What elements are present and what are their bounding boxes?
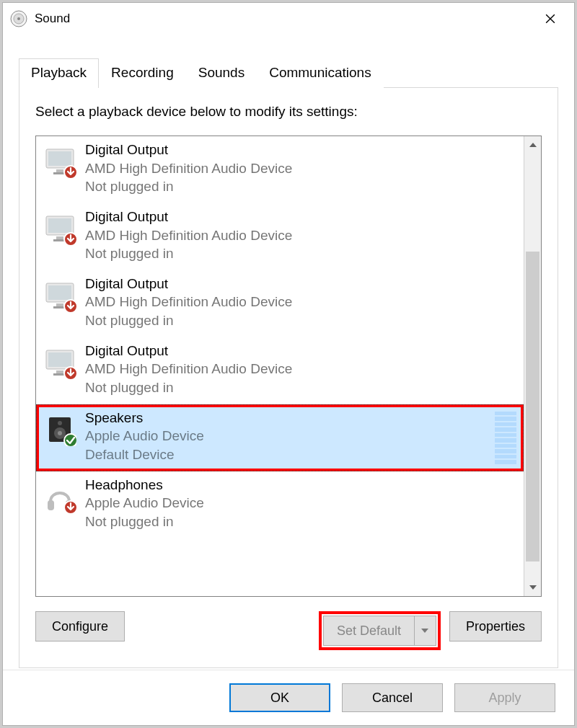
configure-button[interactable]: Configure [35, 611, 125, 642]
svg-point-26 [58, 431, 62, 435]
tab-communications[interactable]: Communications [257, 58, 384, 88]
sound-app-icon [10, 10, 27, 27]
scroll-thumb[interactable] [526, 252, 539, 561]
svg-rect-28 [48, 500, 54, 510]
scroll-up-button[interactable] [524, 136, 541, 154]
device-driver: AMD High Definition Audio Device [85, 226, 292, 245]
svg-point-24 [58, 421, 62, 425]
tab-panel-playback: Select a playback device below to modify… [19, 87, 558, 668]
cancel-button[interactable]: Cancel [342, 683, 443, 712]
close-button[interactable] [534, 6, 567, 32]
svg-rect-20 [56, 370, 63, 373]
device-list[interactable]: Digital OutputAMD High Definition Audio … [36, 136, 524, 596]
device-row[interactable]: Digital OutputAMD High Definition Audio … [36, 337, 524, 404]
monitor-icon [43, 145, 76, 178]
device-name: Headphones [85, 476, 204, 494]
device-driver: AMD High Definition Audio Device [85, 159, 292, 178]
device-row[interactable]: HeadphonesApple Audio DeviceNot plugged … [36, 471, 524, 538]
monitor-icon [43, 346, 76, 379]
device-info: Digital OutputAMD High Definition Audio … [85, 208, 292, 263]
svg-rect-9 [48, 218, 71, 233]
ok-button[interactable]: OK [229, 683, 330, 712]
scrollbar[interactable] [524, 136, 541, 596]
set-default-dropdown[interactable] [414, 616, 436, 645]
device-name: Digital Output [85, 141, 292, 159]
monitor-icon [43, 212, 76, 245]
svg-point-2 [17, 17, 20, 20]
svg-rect-15 [56, 303, 63, 306]
device-info: Digital OutputAMD High Definition Audio … [85, 275, 292, 330]
tab-playback[interactable]: Playback [19, 58, 99, 88]
tab-recording[interactable]: Recording [99, 58, 186, 88]
scroll-down-button[interactable] [524, 579, 541, 596]
device-name: Digital Output [85, 208, 292, 226]
sound-dialog: Sound Playback Recording Sounds Communic… [2, 2, 575, 726]
svg-rect-19 [48, 352, 71, 367]
device-row[interactable]: Digital OutputAMD High Definition Audio … [36, 136, 524, 203]
device-name: Speakers [85, 409, 204, 427]
monitor-icon [43, 279, 76, 312]
device-status: Default Device [85, 445, 204, 464]
device-row[interactable]: SpeakersApple Audio DeviceDefault Device [36, 404, 524, 471]
device-info: Digital OutputAMD High Definition Audio … [85, 141, 292, 196]
device-name: Digital Output [85, 275, 292, 293]
device-driver: Apple Audio Device [85, 494, 204, 512]
level-meter [495, 412, 516, 464]
device-name: Digital Output [85, 342, 292, 360]
svg-rect-10 [56, 236, 63, 239]
device-info: Digital OutputAMD High Definition Audio … [85, 342, 292, 397]
svg-point-27 [64, 434, 76, 446]
headphones-icon [43, 480, 76, 513]
highlight-set-default: Set Default [319, 611, 441, 650]
device-status: Not plugged in [85, 311, 292, 330]
device-row[interactable]: Digital OutputAMD High Definition Audio … [36, 270, 524, 337]
device-info: HeadphonesApple Audio DeviceNot plugged … [85, 476, 204, 531]
set-default-label: Set Default [324, 623, 414, 639]
device-status: Not plugged in [85, 512, 204, 531]
dialog-buttons: OK Cancel Apply [3, 670, 574, 725]
title-bar: Sound [3, 3, 574, 35]
device-info: SpeakersApple Audio DeviceDefault Device [85, 409, 204, 464]
device-row[interactable]: Digital OutputAMD High Definition Audio … [36, 203, 524, 270]
svg-rect-5 [56, 169, 63, 172]
properties-button[interactable]: Properties [449, 611, 542, 642]
device-status: Not plugged in [85, 177, 292, 196]
button-row: Configure Set Default Properties [35, 611, 542, 650]
tab-strip: Playback Recording Sounds Communications [19, 58, 558, 87]
set-default-button[interactable]: Set Default [323, 616, 436, 646]
device-driver: Apple Audio Device [85, 427, 204, 445]
device-status: Not plugged in [85, 378, 292, 397]
instruction-text: Select a playback device below to modify… [35, 104, 542, 120]
tab-sounds[interactable]: Sounds [186, 58, 257, 88]
svg-rect-14 [48, 285, 71, 300]
apply-button[interactable]: Apply [454, 683, 555, 712]
device-list-container: Digital OutputAMD High Definition Audio … [35, 136, 542, 597]
device-status: Not plugged in [85, 244, 292, 263]
device-driver: AMD High Definition Audio Device [85, 293, 292, 311]
device-driver: AMD High Definition Audio Device [85, 360, 292, 378]
speaker-icon [43, 413, 76, 446]
window-title: Sound [35, 12, 534, 26]
svg-rect-4 [48, 151, 71, 166]
